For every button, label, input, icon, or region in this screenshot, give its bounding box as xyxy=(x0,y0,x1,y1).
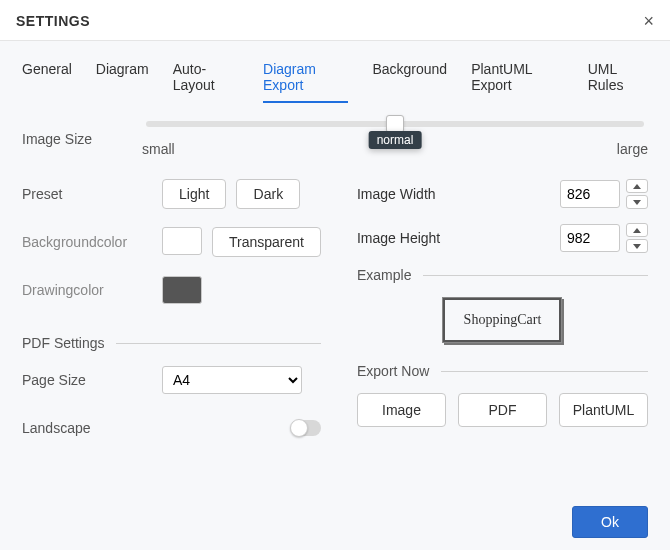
preset-row: Preset Light Dark xyxy=(22,179,321,209)
close-icon[interactable]: × xyxy=(643,12,654,30)
image-size-row: Image Size normal small large xyxy=(22,121,648,157)
slider-max-label: large xyxy=(617,141,648,157)
preset-light-button[interactable]: Light xyxy=(162,179,226,209)
page-size-row: Page Size A4 xyxy=(22,365,321,395)
export-image-button[interactable]: Image xyxy=(357,393,446,427)
titlebar: SETTINGS × xyxy=(0,0,670,41)
tab-autolayout[interactable]: Auto-Layout xyxy=(173,57,239,103)
divider xyxy=(116,343,320,344)
tab-umlrules[interactable]: UML Rules xyxy=(588,57,648,103)
image-height-input[interactable] xyxy=(560,224,620,252)
divider xyxy=(441,371,648,372)
ok-button[interactable]: Ok xyxy=(572,506,648,538)
image-width-step-down[interactable] xyxy=(626,195,648,209)
export-now-header: Export Now xyxy=(357,363,648,379)
image-width-input[interactable] xyxy=(560,180,620,208)
backgroundcolor-row: Backgroundcolor Transparent xyxy=(22,227,321,257)
dialog-title: SETTINGS xyxy=(16,13,90,29)
image-height-row: Image Height xyxy=(357,223,648,253)
tab-strip: General Diagram Auto-Layout Diagram Expo… xyxy=(22,57,648,103)
tab-diagram[interactable]: Diagram xyxy=(96,57,149,103)
backgroundcolor-transparent-button[interactable]: Transparent xyxy=(212,227,321,257)
page-size-label: Page Size xyxy=(22,372,162,388)
pdf-settings-header: PDF Settings xyxy=(22,335,321,351)
tab-plantumlexport[interactable]: PlantUML Export xyxy=(471,57,563,103)
tab-general[interactable]: General xyxy=(22,57,72,103)
image-height-step-down[interactable] xyxy=(626,239,648,253)
image-height-step-up[interactable] xyxy=(626,223,648,237)
page-size-select[interactable]: A4 xyxy=(162,366,302,394)
settings-body: General Diagram Auto-Layout Diagram Expo… xyxy=(0,41,670,494)
slider-endlabels: small large xyxy=(142,141,648,157)
preset-label: Preset xyxy=(22,186,162,202)
image-size-label: Image Size xyxy=(22,131,142,147)
image-width-row: Image Width xyxy=(357,179,648,209)
drawingcolor-swatch[interactable] xyxy=(162,276,202,304)
drawingcolor-row: Drawingcolor xyxy=(22,275,321,305)
image-width-step-up[interactable] xyxy=(626,179,648,193)
example-header: Example xyxy=(357,267,648,283)
toggle-knob xyxy=(290,419,308,437)
image-size-slider[interactable]: normal small large xyxy=(142,121,648,157)
landscape-toggle[interactable] xyxy=(291,420,321,436)
image-height-label: Image Height xyxy=(357,230,560,246)
export-buttons: Image PDF PlantUML xyxy=(357,393,648,427)
backgroundcolor-label: Backgroundcolor xyxy=(22,234,162,250)
example-text: ShoppingCart xyxy=(464,312,542,328)
slider-track[interactable] xyxy=(146,121,644,127)
pdf-settings-label: PDF Settings xyxy=(22,335,104,351)
drawingcolor-label: Drawingcolor xyxy=(22,282,162,298)
tab-background[interactable]: Background xyxy=(372,57,447,103)
slider-min-label: small xyxy=(142,141,175,157)
image-width-label: Image Width xyxy=(357,186,560,202)
backgroundcolor-swatch[interactable] xyxy=(162,227,202,255)
dialog-footer: Ok xyxy=(0,494,670,550)
export-now-label: Export Now xyxy=(357,363,429,379)
export-pdf-button[interactable]: PDF xyxy=(458,393,547,427)
divider xyxy=(423,275,648,276)
preset-dark-button[interactable]: Dark xyxy=(236,179,300,209)
example-label: Example xyxy=(357,267,411,283)
landscape-label: Landscape xyxy=(22,420,162,436)
landscape-row: Landscape xyxy=(22,413,321,443)
export-plantuml-button[interactable]: PlantUML xyxy=(559,393,648,427)
example-preview: ShoppingCart xyxy=(442,297,562,343)
tab-diagramexport[interactable]: Diagram Export xyxy=(263,57,348,103)
